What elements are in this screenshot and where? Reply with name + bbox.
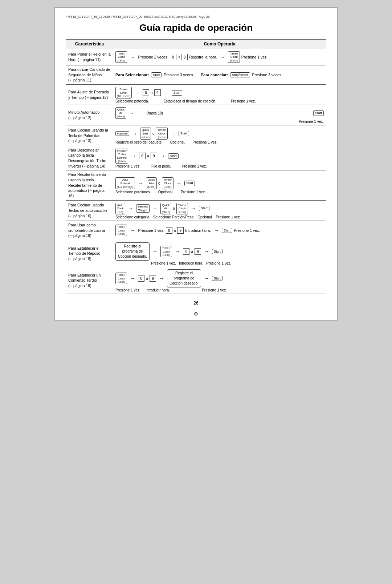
text-presione-1-c: Presione 1 vez. — [138, 228, 164, 233]
start-btn[interactable]: Start — [222, 228, 232, 233]
feature-cell: Minuto Automático (←página 12) — [66, 105, 113, 125]
feature-cell: Para Usar como cronómetro de cocina (←pá… — [66, 221, 113, 240]
table-row: Para Poner el Reloj en la Hora (←página … — [66, 49, 326, 65]
crosshair-symbol: ⊕ — [194, 311, 198, 317]
operation-cell: Timer/Clock(Less) → 0 a 9 → Registre elp… — [113, 267, 326, 294]
text-empty-2 — [115, 261, 148, 265]
operation-cell: Timer/Clock(Less) → Presione 2 veces. 0 … — [113, 49, 326, 65]
text-opcional-2: Opcional. — [158, 190, 173, 194]
arrow-icon: → — [138, 181, 143, 186]
feature-cell: Para Poner el Reloj en la Hora (←página … — [66, 49, 113, 65]
start-btn[interactable]: Start — [212, 249, 222, 254]
text-presione-1-1: Presione 1 vez. — [241, 55, 268, 59]
serving-weight-btn[interactable]: Serving/Weight — [136, 204, 150, 213]
table-row: Para Establecer un Comienzo Tardío (←pág… — [66, 267, 326, 294]
text-introducir-hora-2: Introducir hora. — [179, 261, 203, 265]
timer-clock-btn-7[interactable]: Timer/Clock(Less) — [160, 246, 172, 257]
timer-clock-btn-5[interactable]: Timer/Clock(Less) — [176, 203, 188, 214]
quick-min-btn-4[interactable]: QuickMin(More) — [160, 203, 171, 214]
text-a: a — [191, 250, 193, 254]
operation-cell: PowerLevel(10 Levels) → 0 a 9 → Start Se… — [113, 85, 326, 105]
bracket-registre-2: Registre elprograma deCocción deseado. — [167, 269, 201, 287]
inverter-defrost-btn[interactable]: InverterTurboDefrost(lb/ka) — [115, 149, 128, 164]
text-registre: Registre la hora. — [189, 55, 217, 59]
quick-min-btn[interactable]: QuickMin(More) — [115, 107, 126, 119]
text-presione-1: Presione 1 vez. — [216, 215, 241, 219]
power-level-btn[interactable]: PowerLevel(10 Levels) — [115, 87, 132, 98]
timer-clock-btn-1[interactable]: Timer/Clock(Less) — [115, 51, 127, 63]
text-presione-3: Presione 3 veces. — [164, 73, 194, 77]
arrow-icon: → — [191, 206, 196, 212]
text-o-3: o — [173, 206, 175, 210]
arrow-icon: → — [171, 131, 176, 137]
auto-reheat-btn[interactable]: AutoReheat(1-4 servings) — [115, 177, 135, 189]
num-0: 0 — [170, 54, 176, 60]
timer-clock-btn-8[interactable]: Timer/Clock(Less) — [115, 273, 127, 284]
timer-clock-btn-4[interactable]: Timer/Clock(Less) — [162, 177, 173, 189]
page-title: Guía rapida de operación — [66, 22, 326, 33]
operation-cell: Timer/Clock(Less) → Presione 1 vez. 0 a … — [113, 221, 326, 240]
text-seleccione-categoria: Seleccione categoría. — [115, 215, 150, 219]
start-btn[interactable]: Start — [168, 153, 179, 159]
text-establezca: Establezca el tiempo de cocción. — [163, 99, 216, 103]
timer-clock-btn-6[interactable]: Timer/Clock(Less) — [115, 225, 127, 236]
feature-cell: Para Establecer el Tiempo de Reposo (←pá… — [66, 240, 113, 267]
arrow-icon: → — [132, 131, 137, 137]
text-presione-2: Presione 2 veces. — [138, 55, 168, 59]
start-btn[interactable]: Start — [199, 206, 209, 211]
text-a: a — [147, 154, 149, 158]
timer-clock-btn-3[interactable]: Timer/Clock(Less) — [156, 128, 167, 139]
popcorn-btn[interactable]: Popcorn — [115, 131, 129, 136]
start-btn[interactable]: Start — [212, 276, 222, 281]
table-row: Para Establecer el Tiempo de Reposo (←pá… — [66, 240, 326, 267]
num-9: 9 — [151, 153, 157, 159]
num-0: 0 — [139, 153, 146, 159]
arrow-icon: → — [175, 249, 180, 254]
text-para-cancelar: Para cancelar: — [201, 73, 228, 77]
num-9: 9 — [154, 89, 161, 96]
text-seleccione-porciones: Seleccione porciones. — [115, 190, 151, 194]
page: IP3518_39Y10AP_36_110630:IP3518_39Y10AP_… — [54, 7, 338, 321]
text-presione-1: Presione 1 vez. — [192, 140, 217, 144]
num-0: 0 — [183, 248, 189, 255]
table-row: Para Ajuste de Potencia y Tiempo (←págin… — [66, 85, 326, 105]
arrow-icon: → — [128, 206, 133, 212]
operation-cell: Popcorn → QuickMin(More) o Timer/Clock(L… — [113, 125, 326, 146]
text-presione-1-d: Presione 1 vez. — [234, 228, 260, 233]
operation-cell: InverterTurboDefrost(lb/ka) → 0 a 9 → St… — [113, 146, 326, 170]
timer-clock-btn-2[interactable]: Timer/Clock(Less) — [228, 51, 240, 63]
text-presione-3b: Presione 3 veces. — [252, 73, 282, 77]
start-btn[interactable]: Start — [172, 90, 182, 96]
quick-min-btn-3[interactable]: QuickMin(More) — [146, 177, 157, 189]
start-btn-1[interactable]: Start — [151, 72, 162, 78]
feature-cell: Para Cocinar usando la Tecla de Palomita… — [66, 125, 113, 146]
operation-cell: Para Seleccionar: Start Presione 3 veces… — [113, 65, 326, 84]
header-operation: Como Operarla — [113, 40, 326, 49]
text-introducir-hora: Introducir hora. — [185, 228, 211, 233]
bracket-registre: Registre elprograma deCocción deseado. — [115, 242, 150, 261]
start-btn[interactable]: Start — [313, 110, 324, 116]
stop-reset-btn[interactable]: Stop/Reset — [230, 72, 250, 78]
text-hasta: (hasta 10) — [147, 111, 163, 115]
table-row: Para Cocinar usando la Tecla de Palomita… — [66, 125, 326, 146]
text-presione-1: Presione 1 vez. — [181, 190, 206, 194]
arrow-icon: → — [130, 54, 135, 60]
start-btn[interactable]: Start — [184, 181, 195, 186]
arrow-icon: → — [135, 90, 140, 96]
auto-cook-btn[interactable]: AutoCook(1-9) — [115, 203, 125, 214]
arrow-icon: → — [164, 90, 169, 96]
num-0: 0 — [143, 89, 149, 96]
arrow-icon: → — [152, 249, 158, 254]
arrow-icon: → — [130, 275, 135, 281]
text-fije-peso: Fije el peso. — [151, 164, 171, 168]
feature-cell: Para Ajuste de Potencia y Tiempo (←págin… — [66, 85, 113, 105]
text-para-seleccionar: Para Seleccionar: — [115, 73, 149, 77]
operation-cell: Registre elprograma deCocción deseado. →… — [113, 240, 326, 267]
table-row: Para Descongelar usando la tecla Descong… — [66, 146, 326, 170]
text-opcional-1: Opcional. — [170, 140, 185, 144]
start-btn[interactable]: Start — [179, 131, 189, 136]
quick-min-btn-2[interactable]: QuickMin(More) — [140, 128, 151, 139]
arrow-icon: → — [204, 249, 209, 254]
table-row: Minuto Automático (←página 12) QuickMin(… — [66, 105, 326, 125]
arrow-icon: → — [160, 153, 165, 159]
